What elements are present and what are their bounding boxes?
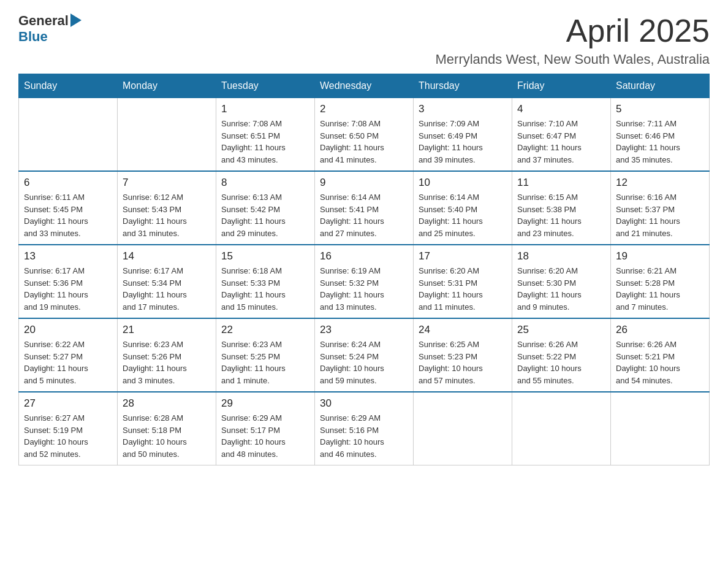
day-number: 17: [419, 250, 507, 262]
calendar-cell: 13Sunrise: 6:17 AM Sunset: 5:36 PM Dayli…: [19, 245, 118, 318]
calendar-cell: [19, 98, 118, 172]
calendar-cell: 1Sunrise: 7:08 AM Sunset: 6:51 PM Daylig…: [216, 98, 315, 172]
day-info: Sunrise: 6:14 AM Sunset: 5:40 PM Dayligh…: [419, 191, 507, 239]
calendar-cell: 19Sunrise: 6:21 AM Sunset: 5:28 PM Dayli…: [611, 245, 710, 318]
calendar-cell: [611, 392, 710, 465]
header-saturday: Saturday: [611, 74, 710, 98]
day-number: 19: [616, 250, 704, 262]
calendar-cell: 12Sunrise: 6:16 AM Sunset: 5:37 PM Dayli…: [611, 171, 710, 245]
calendar-week-row: 27Sunrise: 6:27 AM Sunset: 5:19 PM Dayli…: [19, 392, 710, 465]
header-monday: Monday: [118, 74, 216, 98]
day-info: Sunrise: 6:29 AM Sunset: 5:16 PM Dayligh…: [320, 412, 408, 460]
day-number: 21: [123, 324, 211, 336]
day-info: Sunrise: 6:19 AM Sunset: 5:32 PM Dayligh…: [320, 265, 408, 313]
calendar-cell: 9Sunrise: 6:14 AM Sunset: 5:41 PM Daylig…: [315, 171, 414, 245]
day-info: Sunrise: 6:17 AM Sunset: 5:36 PM Dayligh…: [24, 265, 112, 313]
calendar-cell: 15Sunrise: 6:18 AM Sunset: 5:33 PM Dayli…: [216, 245, 315, 318]
day-number: 13: [24, 250, 112, 262]
day-info: Sunrise: 7:08 AM Sunset: 6:50 PM Dayligh…: [320, 118, 408, 166]
calendar-cell: 28Sunrise: 6:28 AM Sunset: 5:18 PM Dayli…: [118, 392, 216, 465]
day-info: Sunrise: 6:27 AM Sunset: 5:19 PM Dayligh…: [24, 412, 112, 460]
day-info: Sunrise: 6:17 AM Sunset: 5:34 PM Dayligh…: [123, 265, 211, 313]
day-number: 26: [616, 324, 704, 336]
day-number: 7: [123, 177, 211, 189]
day-info: Sunrise: 6:18 AM Sunset: 5:33 PM Dayligh…: [221, 265, 309, 313]
day-number: 22: [221, 324, 309, 336]
calendar-cell: 24Sunrise: 6:25 AM Sunset: 5:23 PM Dayli…: [414, 318, 512, 392]
day-number: 27: [24, 397, 112, 410]
calendar-cell: 5Sunrise: 7:11 AM Sunset: 6:46 PM Daylig…: [611, 98, 710, 172]
header-sunday: Sunday: [19, 74, 118, 98]
day-number: 9: [320, 177, 408, 189]
header-friday: Friday: [512, 74, 611, 98]
day-info: Sunrise: 6:22 AM Sunset: 5:27 PM Dayligh…: [24, 339, 112, 386]
day-number: 5: [616, 103, 704, 115]
day-number: 12: [616, 177, 704, 189]
calendar-cell: 27Sunrise: 6:27 AM Sunset: 5:19 PM Dayli…: [19, 392, 118, 465]
day-number: 3: [419, 103, 507, 115]
day-number: 16: [320, 250, 408, 262]
day-number: 18: [517, 250, 605, 262]
day-number: 29: [221, 397, 309, 410]
day-info: Sunrise: 6:16 AM Sunset: 5:37 PM Dayligh…: [616, 191, 704, 239]
calendar-cell: 10Sunrise: 6:14 AM Sunset: 5:40 PM Dayli…: [414, 171, 512, 245]
title-area: April 2025 Merrylands West, New South Wa…: [436, 12, 710, 67]
location-title: Merrylands West, New South Wales, Austra…: [436, 52, 710, 67]
day-number: 15: [221, 250, 309, 262]
day-number: 2: [320, 103, 408, 115]
calendar-cell: 22Sunrise: 6:23 AM Sunset: 5:25 PM Dayli…: [216, 318, 315, 392]
calendar-cell: 18Sunrise: 6:20 AM Sunset: 5:30 PM Dayli…: [512, 245, 611, 318]
day-info: Sunrise: 6:29 AM Sunset: 5:17 PM Dayligh…: [221, 412, 309, 460]
day-number: 14: [123, 250, 211, 262]
day-info: Sunrise: 6:23 AM Sunset: 5:26 PM Dayligh…: [123, 339, 211, 386]
header-tuesday: Tuesday: [216, 74, 315, 98]
calendar-header-row: SundayMondayTuesdayWednesdayThursdayFrid…: [19, 74, 710, 98]
calendar-cell: 17Sunrise: 6:20 AM Sunset: 5:31 PM Dayli…: [414, 245, 512, 318]
header: General Blue April 2025 Merrylands West,…: [18, 12, 710, 67]
header-thursday: Thursday: [414, 74, 512, 98]
day-info: Sunrise: 7:08 AM Sunset: 6:51 PM Dayligh…: [221, 118, 309, 166]
day-info: Sunrise: 6:20 AM Sunset: 5:31 PM Dayligh…: [419, 265, 507, 313]
logo-blue: Blue: [18, 29, 82, 44]
day-info: Sunrise: 6:21 AM Sunset: 5:28 PM Dayligh…: [616, 265, 704, 313]
header-wednesday: Wednesday: [315, 74, 414, 98]
month-title: April 2025: [436, 12, 710, 49]
day-number: 23: [320, 324, 408, 336]
day-number: 30: [320, 397, 408, 410]
calendar-cell: 30Sunrise: 6:29 AM Sunset: 5:16 PM Dayli…: [315, 392, 414, 465]
calendar-cell: 4Sunrise: 7:10 AM Sunset: 6:47 PM Daylig…: [512, 98, 611, 172]
calendar-cell: 23Sunrise: 6:24 AM Sunset: 5:24 PM Dayli…: [315, 318, 414, 392]
day-number: 24: [419, 324, 507, 336]
calendar-cell: [118, 98, 216, 172]
logo-general: General: [18, 13, 69, 28]
calendar-cell: 6Sunrise: 6:11 AM Sunset: 5:45 PM Daylig…: [19, 171, 118, 245]
day-info: Sunrise: 6:25 AM Sunset: 5:23 PM Dayligh…: [419, 339, 507, 386]
day-number: 10: [419, 177, 507, 189]
day-info: Sunrise: 6:13 AM Sunset: 5:42 PM Dayligh…: [221, 191, 309, 239]
day-number: 1: [221, 103, 309, 115]
calendar-cell: 20Sunrise: 6:22 AM Sunset: 5:27 PM Dayli…: [19, 318, 118, 392]
calendar-week-row: 6Sunrise: 6:11 AM Sunset: 5:45 PM Daylig…: [19, 171, 710, 245]
calendar-cell: 16Sunrise: 6:19 AM Sunset: 5:32 PM Dayli…: [315, 245, 414, 318]
svg-marker-0: [70, 13, 82, 27]
day-info: Sunrise: 6:12 AM Sunset: 5:43 PM Dayligh…: [123, 191, 211, 239]
day-info: Sunrise: 6:26 AM Sunset: 5:21 PM Dayligh…: [616, 339, 704, 386]
day-info: Sunrise: 6:15 AM Sunset: 5:38 PM Dayligh…: [517, 191, 605, 239]
day-number: 25: [517, 324, 605, 336]
day-info: Sunrise: 6:26 AM Sunset: 5:22 PM Dayligh…: [517, 339, 605, 386]
day-info: Sunrise: 6:20 AM Sunset: 5:30 PM Dayligh…: [517, 265, 605, 313]
calendar-cell: 14Sunrise: 6:17 AM Sunset: 5:34 PM Dayli…: [118, 245, 216, 318]
day-info: Sunrise: 6:28 AM Sunset: 5:18 PM Dayligh…: [123, 412, 211, 460]
day-number: 4: [517, 103, 605, 115]
day-info: Sunrise: 6:11 AM Sunset: 5:45 PM Dayligh…: [24, 191, 112, 239]
day-info: Sunrise: 6:24 AM Sunset: 5:24 PM Dayligh…: [320, 339, 408, 386]
day-number: 20: [24, 324, 112, 336]
calendar-cell: 2Sunrise: 7:08 AM Sunset: 6:50 PM Daylig…: [315, 98, 414, 172]
day-number: 6: [24, 177, 112, 189]
calendar-cell: 7Sunrise: 6:12 AM Sunset: 5:43 PM Daylig…: [118, 171, 216, 245]
day-info: Sunrise: 6:23 AM Sunset: 5:25 PM Dayligh…: [221, 339, 309, 386]
day-info: Sunrise: 6:14 AM Sunset: 5:41 PM Dayligh…: [320, 191, 408, 239]
calendar-week-row: 13Sunrise: 6:17 AM Sunset: 5:36 PM Dayli…: [19, 245, 710, 318]
calendar-week-row: 20Sunrise: 6:22 AM Sunset: 5:27 PM Dayli…: [19, 318, 710, 392]
calendar-cell: 25Sunrise: 6:26 AM Sunset: 5:22 PM Dayli…: [512, 318, 611, 392]
